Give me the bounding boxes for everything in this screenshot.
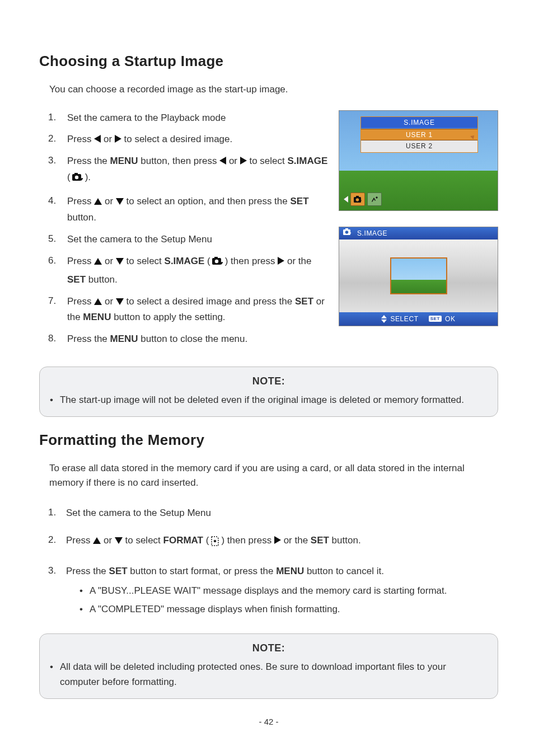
text-run: button.: [86, 274, 118, 285]
step-7: 7. Press or to select a desired image an…: [48, 294, 330, 326]
footer-select-hint: SELECT: [381, 314, 418, 324]
format-steps-list: 1. Set the camera to the Setup Menu 2. P…: [48, 505, 498, 619]
sub-bullet-2: •A "COMPLETED" message displays when fin…: [79, 602, 498, 618]
step-number: 8.: [48, 331, 59, 346]
text-run: Press: [67, 196, 94, 206]
left-arrow-icon: [344, 196, 348, 203]
svg-point-2: [74, 176, 78, 179]
text-run: (: [67, 172, 71, 182]
bullet-icon: •: [50, 392, 53, 407]
text-run: or: [105, 256, 116, 266]
step-8: 8. Press the MENU button to close the me…: [48, 331, 330, 348]
note-text: All data will be deleted including prote…: [60, 659, 488, 689]
step-number: 4.: [48, 194, 59, 208]
sub-bullet-1: •A "BUSY...PLEASE WAIT" message displays…: [79, 583, 498, 599]
text-run: to select: [127, 256, 165, 266]
simage-label: S.IMAGE: [165, 256, 205, 266]
sub-text: A "COMPLETED" message displays when fini…: [90, 602, 340, 618]
step-4: 4. Press or to select an option, and the…: [48, 194, 330, 226]
up-arrow-icon: [93, 537, 101, 544]
down-arrow-icon: [115, 537, 123, 544]
text-run: button.: [329, 535, 361, 546]
bullet-icon: •: [50, 659, 53, 689]
step-number: 2.: [48, 132, 59, 146]
down-arrow-icon: [116, 258, 124, 265]
preview-titlebar: S.IMAGE: [339, 227, 498, 240]
text-run: to select: [125, 535, 163, 546]
text-run: button to start format, or press the: [128, 566, 277, 576]
step-number: 7.: [48, 294, 59, 308]
svg-rect-10: [345, 228, 348, 230]
svg-point-8: [356, 198, 359, 201]
text-run: Press: [67, 256, 94, 266]
step-text: Press or to select a desired image.: [67, 132, 330, 148]
step-text: Set the camera to the Playback mode: [67, 110, 330, 126]
step-text: Press or to select an option, and then p…: [67, 194, 330, 226]
note-box-format: NOTE: • All data will be deleted includi…: [39, 633, 498, 699]
startup-steps-list: 1. Set the camera to the Playback mode 2…: [48, 110, 330, 348]
text-run: Press the: [67, 156, 110, 166]
simage-option-user2: USER 2: [361, 140, 477, 152]
playback-tab-icon: [350, 192, 365, 206]
simage-dropdown: S.IMAGE USER 1 USER 2: [360, 116, 478, 153]
right-arrow-icon: [240, 157, 247, 165]
svg-rect-7: [356, 196, 359, 198]
format-step-1: 1. Set the camera to the Setup Menu: [48, 505, 498, 522]
text-run: to select a desired image.: [124, 134, 233, 144]
camera-screen-simage-preview: S.IMAGE SELECT SETOK: [339, 227, 498, 326]
text-run: button, then press: [138, 156, 220, 166]
camera-screen-simage-list: S.IMAGE USER 1 USER 2: [339, 110, 498, 211]
right-arrow-icon: [115, 135, 121, 143]
set-label: SET: [311, 535, 329, 546]
text-run: or: [104, 134, 115, 144]
text-run: or the: [287, 256, 311, 266]
svg-point-11: [345, 231, 349, 234]
simage-label: S.IMAGE: [288, 156, 328, 166]
text-run: ).: [85, 172, 91, 182]
svg-point-5: [215, 260, 218, 263]
menu-label: MENU: [110, 156, 138, 166]
simage-heart-icon: [343, 228, 353, 238]
text-run: button to cancel it.: [304, 566, 384, 576]
preview-title: S.IMAGE: [357, 228, 387, 238]
text-run: button to apply the setting.: [111, 312, 225, 322]
step-text: Press or to select a desired image and p…: [67, 294, 330, 326]
step-number: 6.: [48, 253, 59, 268]
format-step-2: 2. Press or to select FORMAT () then pre…: [48, 533, 498, 552]
step-number: 1.: [48, 505, 60, 520]
bullet-icon: •: [79, 602, 83, 618]
text-run: to select an option, and then press the: [127, 196, 291, 206]
preview-body: [339, 240, 498, 312]
preview-thumbnail: [390, 257, 447, 294]
step-number: 3.: [48, 564, 60, 578]
right-arrow-icon: [274, 536, 281, 544]
simage-heart-icon: [212, 256, 224, 272]
sub-text: A "BUSY...PLEASE WAIT" message displays …: [90, 583, 447, 599]
up-arrow-icon: [94, 258, 102, 265]
right-arrow-icon: [278, 257, 284, 265]
step-text: Set the camera to the Setup Menu: [66, 505, 498, 522]
note-title: NOTE:: [50, 641, 488, 656]
simage-option-user1-selected: USER 1: [361, 129, 477, 140]
section-heading-format: Formatting the Memory: [39, 429, 498, 451]
menu-label: MENU: [83, 312, 111, 322]
text-run: Press: [67, 296, 94, 307]
note-box-startup: NOTE: • The start-up image will not be d…: [39, 367, 498, 417]
text-run: or: [229, 156, 240, 166]
step-number: 5.: [48, 232, 59, 246]
text-run: to select: [249, 156, 287, 166]
svg-rect-4: [214, 257, 218, 259]
set-label: SET: [290, 196, 308, 206]
format-intro: To erase all data stored in the memory c…: [49, 461, 498, 490]
text-run: Press: [67, 134, 94, 144]
note-item: • All data will be deleted including pro…: [50, 659, 488, 689]
page-number: - 42 -: [39, 716, 498, 729]
format-icon: [209, 536, 221, 552]
up-arrow-icon: [94, 298, 102, 305]
text-run: or: [105, 196, 116, 206]
format-label: FORMAT: [163, 535, 203, 546]
step-text: Press the MENU button to close the menu.: [67, 331, 330, 348]
menu-label: MENU: [276, 566, 304, 576]
step-text: Press the SET button to start format, or…: [66, 564, 498, 620]
note-item: • The start-up image will not be deleted…: [50, 392, 488, 407]
